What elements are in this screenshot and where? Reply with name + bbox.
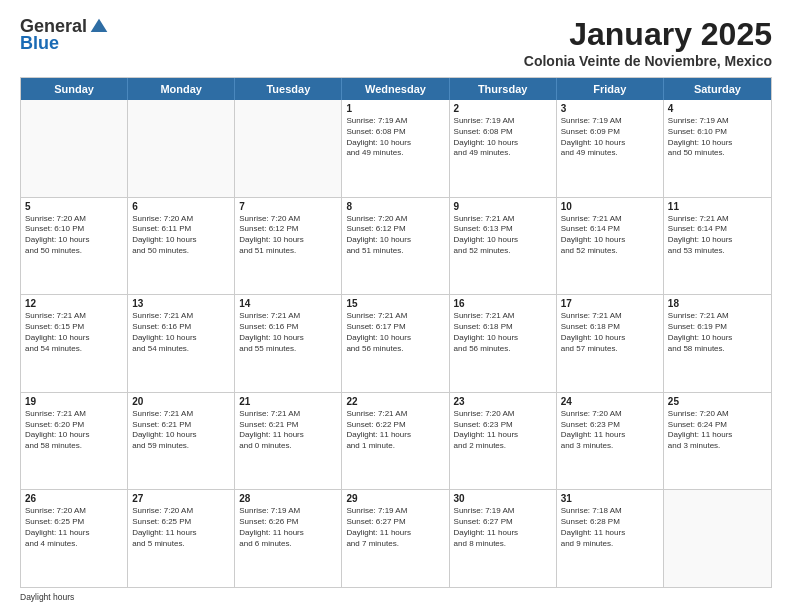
- cell-day-number: 11: [668, 201, 767, 212]
- cell-info: Sunrise: 7:21 AM Sunset: 6:14 PM Dayligh…: [668, 214, 767, 257]
- cell-info: Sunrise: 7:19 AM Sunset: 6:08 PM Dayligh…: [454, 116, 552, 159]
- cell-info: Sunrise: 7:19 AM Sunset: 6:09 PM Dayligh…: [561, 116, 659, 159]
- cell-info: Sunrise: 7:21 AM Sunset: 6:16 PM Dayligh…: [132, 311, 230, 354]
- col-header-sunday: Sunday: [21, 78, 128, 100]
- cell-info: Sunrise: 7:20 AM Sunset: 6:23 PM Dayligh…: [454, 409, 552, 452]
- cell-day-number: 26: [25, 493, 123, 504]
- cell-day-number: 16: [454, 298, 552, 309]
- cell-info: Sunrise: 7:20 AM Sunset: 6:10 PM Dayligh…: [25, 214, 123, 257]
- calendar-cell: 19Sunrise: 7:21 AM Sunset: 6:20 PM Dayli…: [21, 393, 128, 490]
- calendar-row-3: 19Sunrise: 7:21 AM Sunset: 6:20 PM Dayli…: [21, 393, 771, 491]
- location: Colonia Veinte de Noviembre, Mexico: [524, 53, 772, 69]
- cell-info: Sunrise: 7:20 AM Sunset: 6:12 PM Dayligh…: [239, 214, 337, 257]
- calendar-cell: 24Sunrise: 7:20 AM Sunset: 6:23 PM Dayli…: [557, 393, 664, 490]
- cell-info: Sunrise: 7:21 AM Sunset: 6:20 PM Dayligh…: [25, 409, 123, 452]
- cell-day-number: 22: [346, 396, 444, 407]
- cell-info: Sunrise: 7:21 AM Sunset: 6:18 PM Dayligh…: [561, 311, 659, 354]
- col-header-wednesday: Wednesday: [342, 78, 449, 100]
- svg-marker-0: [91, 18, 108, 31]
- calendar-cell: 21Sunrise: 7:21 AM Sunset: 6:21 PM Dayli…: [235, 393, 342, 490]
- cell-info: Sunrise: 7:20 AM Sunset: 6:25 PM Dayligh…: [25, 506, 123, 549]
- calendar-cell: 16Sunrise: 7:21 AM Sunset: 6:18 PM Dayli…: [450, 295, 557, 392]
- calendar-cell: 22Sunrise: 7:21 AM Sunset: 6:22 PM Dayli…: [342, 393, 449, 490]
- calendar-cell: 25Sunrise: 7:20 AM Sunset: 6:24 PM Dayli…: [664, 393, 771, 490]
- calendar-cell: 27Sunrise: 7:20 AM Sunset: 6:25 PM Dayli…: [128, 490, 235, 587]
- cell-day-number: 5: [25, 201, 123, 212]
- cell-info: Sunrise: 7:19 AM Sunset: 6:27 PM Dayligh…: [346, 506, 444, 549]
- cell-info: Sunrise: 7:21 AM Sunset: 6:21 PM Dayligh…: [239, 409, 337, 452]
- calendar-cell: [664, 490, 771, 587]
- calendar-cell: [21, 100, 128, 197]
- header: General Blue January 2025 Colonia Veinte…: [20, 16, 772, 69]
- cell-day-number: 27: [132, 493, 230, 504]
- calendar-cell: 7Sunrise: 7:20 AM Sunset: 6:12 PM Daylig…: [235, 198, 342, 295]
- cell-info: Sunrise: 7:20 AM Sunset: 6:11 PM Dayligh…: [132, 214, 230, 257]
- cell-day-number: 20: [132, 396, 230, 407]
- calendar-body: 1Sunrise: 7:19 AM Sunset: 6:08 PM Daylig…: [21, 100, 771, 587]
- page: General Blue January 2025 Colonia Veinte…: [0, 0, 792, 612]
- calendar-cell: 13Sunrise: 7:21 AM Sunset: 6:16 PM Dayli…: [128, 295, 235, 392]
- cell-day-number: 12: [25, 298, 123, 309]
- cell-day-number: 30: [454, 493, 552, 504]
- calendar-cell: 14Sunrise: 7:21 AM Sunset: 6:16 PM Dayli…: [235, 295, 342, 392]
- calendar-cell: 6Sunrise: 7:20 AM Sunset: 6:11 PM Daylig…: [128, 198, 235, 295]
- cell-day-number: 8: [346, 201, 444, 212]
- footer: Daylight hours: [20, 592, 772, 602]
- cell-info: Sunrise: 7:20 AM Sunset: 6:12 PM Dayligh…: [346, 214, 444, 257]
- cell-info: Sunrise: 7:21 AM Sunset: 6:13 PM Dayligh…: [454, 214, 552, 257]
- calendar-cell: 23Sunrise: 7:20 AM Sunset: 6:23 PM Dayli…: [450, 393, 557, 490]
- cell-info: Sunrise: 7:21 AM Sunset: 6:15 PM Dayligh…: [25, 311, 123, 354]
- cell-info: Sunrise: 7:21 AM Sunset: 6:21 PM Dayligh…: [132, 409, 230, 452]
- logo-blue-text: Blue: [20, 33, 59, 54]
- calendar-cell: 8Sunrise: 7:20 AM Sunset: 6:12 PM Daylig…: [342, 198, 449, 295]
- calendar-cell: 9Sunrise: 7:21 AM Sunset: 6:13 PM Daylig…: [450, 198, 557, 295]
- cell-info: Sunrise: 7:19 AM Sunset: 6:26 PM Dayligh…: [239, 506, 337, 549]
- col-header-thursday: Thursday: [450, 78, 557, 100]
- cell-info: Sunrise: 7:20 AM Sunset: 6:23 PM Dayligh…: [561, 409, 659, 452]
- calendar-cell: 3Sunrise: 7:19 AM Sunset: 6:09 PM Daylig…: [557, 100, 664, 197]
- cell-day-number: 29: [346, 493, 444, 504]
- cell-day-number: 19: [25, 396, 123, 407]
- col-header-tuesday: Tuesday: [235, 78, 342, 100]
- col-header-friday: Friday: [557, 78, 664, 100]
- calendar-cell: [128, 100, 235, 197]
- cell-day-number: 15: [346, 298, 444, 309]
- cell-info: Sunrise: 7:21 AM Sunset: 6:22 PM Dayligh…: [346, 409, 444, 452]
- cell-day-number: 21: [239, 396, 337, 407]
- calendar-cell: 15Sunrise: 7:21 AM Sunset: 6:17 PM Dayli…: [342, 295, 449, 392]
- cell-day-number: 1: [346, 103, 444, 114]
- calendar-cell: 2Sunrise: 7:19 AM Sunset: 6:08 PM Daylig…: [450, 100, 557, 197]
- calendar-cell: 30Sunrise: 7:19 AM Sunset: 6:27 PM Dayli…: [450, 490, 557, 587]
- calendar-cell: 11Sunrise: 7:21 AM Sunset: 6:14 PM Dayli…: [664, 198, 771, 295]
- cell-info: Sunrise: 7:18 AM Sunset: 6:28 PM Dayligh…: [561, 506, 659, 549]
- cell-info: Sunrise: 7:19 AM Sunset: 6:10 PM Dayligh…: [668, 116, 767, 159]
- cell-day-number: 9: [454, 201, 552, 212]
- cell-info: Sunrise: 7:19 AM Sunset: 6:08 PM Dayligh…: [346, 116, 444, 159]
- cell-info: Sunrise: 7:19 AM Sunset: 6:27 PM Dayligh…: [454, 506, 552, 549]
- calendar-cell: 29Sunrise: 7:19 AM Sunset: 6:27 PM Dayli…: [342, 490, 449, 587]
- cell-day-number: 6: [132, 201, 230, 212]
- cell-day-number: 18: [668, 298, 767, 309]
- calendar-row-1: 5Sunrise: 7:20 AM Sunset: 6:10 PM Daylig…: [21, 198, 771, 296]
- cell-day-number: 31: [561, 493, 659, 504]
- calendar-row-0: 1Sunrise: 7:19 AM Sunset: 6:08 PM Daylig…: [21, 100, 771, 198]
- calendar-cell: 17Sunrise: 7:21 AM Sunset: 6:18 PM Dayli…: [557, 295, 664, 392]
- cell-day-number: 28: [239, 493, 337, 504]
- calendar-header: SundayMondayTuesdayWednesdayThursdayFrid…: [21, 78, 771, 100]
- col-header-monday: Monday: [128, 78, 235, 100]
- calendar-cell: 26Sunrise: 7:20 AM Sunset: 6:25 PM Dayli…: [21, 490, 128, 587]
- cell-info: Sunrise: 7:21 AM Sunset: 6:18 PM Dayligh…: [454, 311, 552, 354]
- calendar-cell: 10Sunrise: 7:21 AM Sunset: 6:14 PM Dayli…: [557, 198, 664, 295]
- calendar-row-2: 12Sunrise: 7:21 AM Sunset: 6:15 PM Dayli…: [21, 295, 771, 393]
- calendar-cell: 28Sunrise: 7:19 AM Sunset: 6:26 PM Dayli…: [235, 490, 342, 587]
- calendar-row-4: 26Sunrise: 7:20 AM Sunset: 6:25 PM Dayli…: [21, 490, 771, 587]
- cell-day-number: 10: [561, 201, 659, 212]
- calendar-cell: 1Sunrise: 7:19 AM Sunset: 6:08 PM Daylig…: [342, 100, 449, 197]
- calendar-cell: 18Sunrise: 7:21 AM Sunset: 6:19 PM Dayli…: [664, 295, 771, 392]
- calendar-cell: 5Sunrise: 7:20 AM Sunset: 6:10 PM Daylig…: [21, 198, 128, 295]
- cell-info: Sunrise: 7:20 AM Sunset: 6:25 PM Dayligh…: [132, 506, 230, 549]
- calendar: SundayMondayTuesdayWednesdayThursdayFrid…: [20, 77, 772, 588]
- cell-day-number: 24: [561, 396, 659, 407]
- logo-icon: [89, 17, 109, 37]
- cell-info: Sunrise: 7:21 AM Sunset: 6:16 PM Dayligh…: [239, 311, 337, 354]
